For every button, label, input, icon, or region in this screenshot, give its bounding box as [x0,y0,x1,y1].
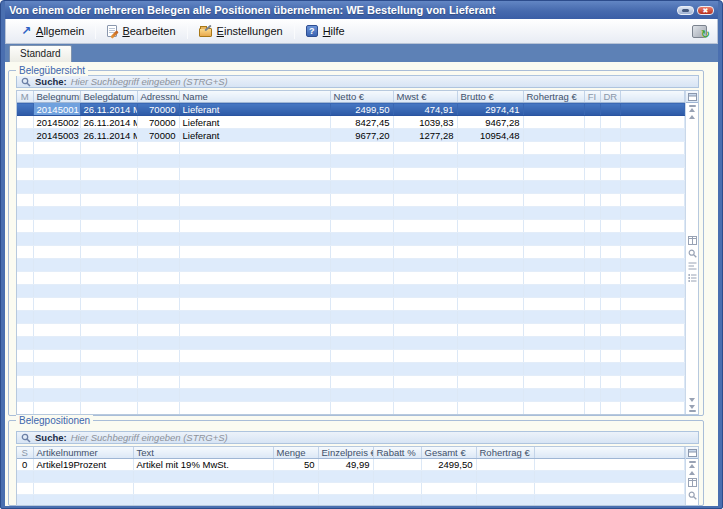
table-cell[interactable] [330,350,393,363]
column-header[interactable]: Mwst € [393,91,457,103]
table-cell[interactable] [33,298,80,311]
table-cell[interactable] [523,402,584,415]
table-cell[interactable] [600,220,620,233]
table-cell[interactable] [17,116,33,129]
table-row[interactable] [17,311,685,324]
table-cell[interactable] [393,311,457,324]
table-cell[interactable] [179,324,330,337]
table-cell[interactable] [393,142,457,155]
table-cell[interactable] [620,116,685,129]
search-bar[interactable]: Suche: Hier Suchbegriff eingeben (STRG+S… [16,431,699,444]
table-row[interactable] [17,495,685,507]
table-cell[interactable] [33,363,80,376]
table-cell[interactable] [17,324,33,337]
table-cell[interactable] [17,194,33,207]
column-header[interactable]: Belegdatum [80,91,137,103]
table-cell[interactable] [620,324,685,337]
table-cell[interactable] [137,233,179,246]
table-cell[interactable] [17,207,33,220]
scroll-up-icon[interactable] [689,471,695,475]
table-cell[interactable] [584,376,600,389]
table-cell[interactable] [373,459,421,471]
table-cell[interactable] [133,483,273,495]
table-cell[interactable] [584,194,600,207]
table-cell[interactable] [33,285,80,298]
table-cell[interactable] [600,129,620,142]
scroll-to-bottom-icon[interactable] [689,405,696,412]
table-row[interactable] [17,324,685,337]
table-cell[interactable] [17,495,33,507]
table-cell[interactable] [17,350,33,363]
table-cell[interactable] [600,337,620,350]
table-cell[interactable] [33,181,80,194]
table-cell[interactable] [318,471,373,483]
close-button[interactable]: ✖ [697,6,714,15]
table-cell[interactable] [600,363,620,376]
table-cell[interactable] [584,142,600,155]
table-cell[interactable]: 1277,28 [393,129,457,142]
table-cell[interactable] [137,389,179,402]
table-cell[interactable] [33,324,80,337]
table-cell[interactable] [17,363,33,376]
table-cell[interactable] [137,168,179,181]
table-cell[interactable] [33,168,80,181]
table-cell[interactable] [421,471,476,483]
table-cell[interactable] [393,324,457,337]
table-cell[interactable] [393,389,457,402]
table-cell[interactable] [33,483,133,495]
table-cell[interactable]: 2499,50 [330,103,393,116]
table-cell[interactable]: 1039,83 [393,116,457,129]
table-cell[interactable] [330,142,393,155]
table-cell[interactable] [330,194,393,207]
table-cell[interactable] [393,246,457,259]
list-detail-icon[interactable] [688,262,697,270]
table-cell[interactable] [330,285,393,298]
table-cell[interactable] [80,207,137,220]
table-cell[interactable] [393,350,457,363]
column-chooser-icon[interactable] [686,91,698,103]
table-cell[interactable] [620,311,685,324]
table-cell[interactable] [80,298,137,311]
table-cell[interactable] [523,298,584,311]
table-cell[interactable] [523,389,584,402]
table-cell[interactable] [80,311,137,324]
table-cell[interactable] [600,168,620,181]
table-cell[interactable] [393,285,457,298]
refresh-icon[interactable] [692,25,707,38]
column-header[interactable]: Rohertrag € [476,447,534,459]
column-layout-icon[interactable] [688,478,697,487]
table-cell[interactable] [600,376,620,389]
table-cell[interactable] [523,181,584,194]
table-row[interactable] [17,363,685,376]
table-cell[interactable] [523,116,584,129]
scroll-to-top-icon[interactable] [689,105,696,112]
table-cell[interactable] [179,168,330,181]
minimize-button[interactable] [677,6,694,15]
table-cell[interactable] [584,233,600,246]
table-cell[interactable] [17,129,33,142]
table-cell[interactable] [457,181,523,194]
column-header[interactable]: Belegnumme [33,91,80,103]
table-row[interactable] [17,402,685,415]
table-cell[interactable] [457,402,523,415]
table-cell[interactable] [600,207,620,220]
table-cell[interactable] [80,402,137,415]
table-cell[interactable] [17,471,33,483]
column-layout-icon[interactable] [688,236,697,245]
table-cell[interactable] [330,376,393,389]
table-cell[interactable] [393,155,457,168]
table-cell[interactable]: 2499,50 [421,459,476,471]
table-cell[interactable] [584,389,600,402]
table-cell[interactable] [457,246,523,259]
table-cell[interactable] [33,220,80,233]
table-cell[interactable]: 2974,41 [457,103,523,116]
table-row[interactable] [17,207,685,220]
table-cell[interactable] [600,246,620,259]
table-cell[interactable] [179,233,330,246]
table-cell[interactable] [137,298,179,311]
table-cell[interactable] [620,389,685,402]
table-cell[interactable] [457,376,523,389]
column-header[interactable]: Netto € [330,91,393,103]
table-cell[interactable] [179,298,330,311]
table-cell[interactable] [137,350,179,363]
